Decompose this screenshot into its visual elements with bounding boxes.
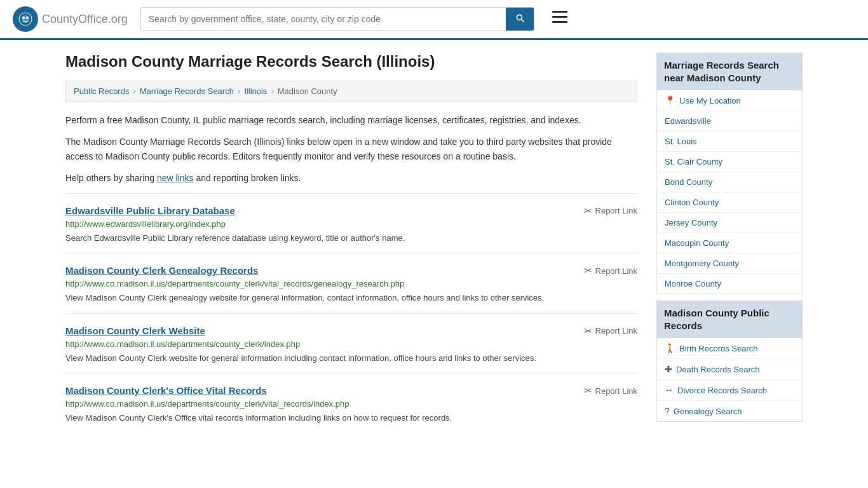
jersey-county-link[interactable]: Jersey County <box>665 218 794 227</box>
monroe-county-link[interactable]: Monroe County <box>665 279 794 288</box>
sidebar-item-birth-records[interactable]: 🚶 Birth Records Search <box>657 338 802 359</box>
sidebar-public-records-list: 🚶 Birth Records Search ✚ Death Records S… <box>656 338 803 422</box>
report-icon: ✂ <box>584 205 592 217</box>
use-my-location-link[interactable]: 📍 Use My Location <box>665 95 794 105</box>
clinton-county-link[interactable]: Clinton County <box>665 198 794 207</box>
breadcrumb: Public Records › Marriage Records Search… <box>65 81 637 102</box>
sidebar-item-death-records[interactable]: ✚ Death Records Search <box>657 359 802 380</box>
breadcrumb-madison-county: Madison County <box>278 86 337 96</box>
result-description: View Madison County Clerk's Office vital… <box>65 412 637 424</box>
death-records-link[interactable]: ✚ Death Records Search <box>665 364 794 374</box>
sidebar-item-st-louis[interactable]: St. Louis <box>657 132 802 152</box>
result-description: Search Edwardsville Public Library refer… <box>65 232 637 245</box>
sidebar-item-genealogy-search[interactable]: ? Genealogy Search <box>657 401 802 421</box>
sidebar-item-edwardsville[interactable]: Edwardsville <box>657 111 802 132</box>
intro-paragraph-1: Perform a free Madison County, IL public… <box>65 113 637 127</box>
sidebar-public-records-section: Madison County Public Records 🚶 Birth Re… <box>656 301 803 422</box>
search-input[interactable] <box>141 8 506 30</box>
sidebar-item-montgomery-county[interactable]: Montgomery County <box>657 254 802 274</box>
sidebar-item-bond-county[interactable]: Bond County <box>657 172 802 193</box>
logo-text: CountyOffice.org <box>42 13 128 26</box>
result-title[interactable]: Madison County Clerk Genealogy Records <box>65 265 258 276</box>
sidebar-nearby-section: Marriage Records Search near Madison Cou… <box>656 53 803 294</box>
st-clair-county-link[interactable]: St. Clair County <box>665 157 794 166</box>
report-icon: ✂ <box>584 265 592 276</box>
main-container: Madison County Marriage Records Search (… <box>53 40 815 459</box>
logo-icon <box>13 6 38 32</box>
result-item: Madison County Clerk Website ✂ Report Li… <box>65 313 637 374</box>
sidebar-item-macoupin-county[interactable]: Macoupin County <box>657 233 802 254</box>
new-links-link[interactable]: new links <box>157 173 194 183</box>
breadcrumb-marriage-records[interactable]: Marriage Records Search <box>140 86 234 96</box>
sidebar-item-jersey-county[interactable]: Jersey County <box>657 213 802 233</box>
result-url[interactable]: http://www.co.madison.il.us/departments/… <box>65 339 637 349</box>
page-title: Madison County Marriage Records Search (… <box>65 53 637 71</box>
sidebar-nearby-title: Marriage Records Search near Madison Cou… <box>656 53 803 90</box>
edwardsville-link[interactable]: Edwardsville <box>665 116 794 126</box>
svg-point-1 <box>22 17 25 19</box>
breadcrumb-public-records[interactable]: Public Records <box>74 86 129 96</box>
result-description: View Madison County Clerk website for ge… <box>65 352 637 365</box>
genealogy-search-link[interactable]: ? Genealogy Search <box>665 406 794 416</box>
report-icon: ✂ <box>584 325 592 337</box>
report-link-button[interactable]: ✂ Report Link <box>584 205 637 217</box>
sidebar-public-records-title: Madison County Public Records <box>656 301 803 338</box>
svg-rect-4 <box>552 16 567 18</box>
sidebar: Marriage Records Search near Madison Cou… <box>656 53 803 433</box>
result-title[interactable]: Edwardsville Public Library Database <box>65 205 235 216</box>
content-area: Madison County Marriage Records Search (… <box>65 53 637 433</box>
result-description: View Madison County Clerk genealogy webs… <box>65 292 637 304</box>
result-item: Madison County Clerk Genealogy Records ✂… <box>65 253 637 313</box>
svg-rect-3 <box>552 11 567 13</box>
logo-link[interactable]: CountyOffice.org <box>13 6 128 32</box>
report-link-button[interactable]: ✂ Report Link <box>584 325 637 337</box>
breadcrumb-sep-1: › <box>133 86 135 96</box>
intro-paragraph-2: The Madison County Marriage Records Sear… <box>65 135 637 163</box>
result-url[interactable]: http://www.edwardsvillelibrary.org/index… <box>65 219 637 229</box>
report-link-button[interactable]: ✂ Report Link <box>584 385 637 396</box>
result-title[interactable]: Madison County Clerk's Office Vital Reco… <box>65 385 267 396</box>
montgomery-county-link[interactable]: Montgomery County <box>665 259 794 268</box>
sidebar-item-use-my-location[interactable]: 📍 Use My Location <box>657 90 802 111</box>
divorce-records-link[interactable]: ↔ Divorce Records Search <box>665 385 794 395</box>
search-bar <box>140 7 534 31</box>
hamburger-menu-button[interactable] <box>547 8 573 30</box>
sidebar-item-divorce-records[interactable]: ↔ Divorce Records Search <box>657 380 802 401</box>
result-url[interactable]: http://www.co.madison.il.us/departments/… <box>65 279 637 288</box>
macoupin-county-link[interactable]: Macoupin County <box>665 238 794 248</box>
bond-county-link[interactable]: Bond County <box>665 177 794 187</box>
sidebar-item-clinton-county[interactable]: Clinton County <box>657 193 802 213</box>
svg-point-2 <box>26 17 29 19</box>
header: CountyOffice.org <box>0 0 868 40</box>
sidebar-item-st-clair-county[interactable]: St. Clair County <box>657 152 802 172</box>
breadcrumb-sep-3: › <box>271 86 273 96</box>
st-louis-link[interactable]: St. Louis <box>665 137 794 146</box>
result-title[interactable]: Madison County Clerk Website <box>65 325 205 336</box>
result-item: Madison County Clerk's Office Vital Reco… <box>65 373 637 433</box>
sidebar-item-monroe-county[interactable]: Monroe County <box>657 274 802 294</box>
sidebar-nearby-list: 📍 Use My Location Edwardsville St. Louis… <box>656 90 803 294</box>
location-pin-icon: 📍 <box>665 95 675 105</box>
report-link-button[interactable]: ✂ Report Link <box>584 265 637 276</box>
breadcrumb-illinois[interactable]: Illinois <box>244 86 267 96</box>
birth-records-link[interactable]: 🚶 Birth Records Search <box>665 343 794 353</box>
breadcrumb-sep-2: › <box>238 86 240 96</box>
birth-icon: 🚶 <box>665 343 675 353</box>
result-url[interactable]: http://www.co.madison.il.us/departments/… <box>65 399 637 409</box>
result-item: Edwardsville Public Library Database ✂ R… <box>65 193 637 254</box>
death-icon: ✚ <box>665 364 672 374</box>
search-button[interactable] <box>506 8 534 30</box>
divorce-icon: ↔ <box>665 385 674 395</box>
intro-paragraph-3: Help others by sharing new links and rep… <box>65 171 637 185</box>
genealogy-icon: ? <box>665 406 670 416</box>
report-icon: ✂ <box>584 385 592 396</box>
svg-rect-5 <box>552 21 567 23</box>
